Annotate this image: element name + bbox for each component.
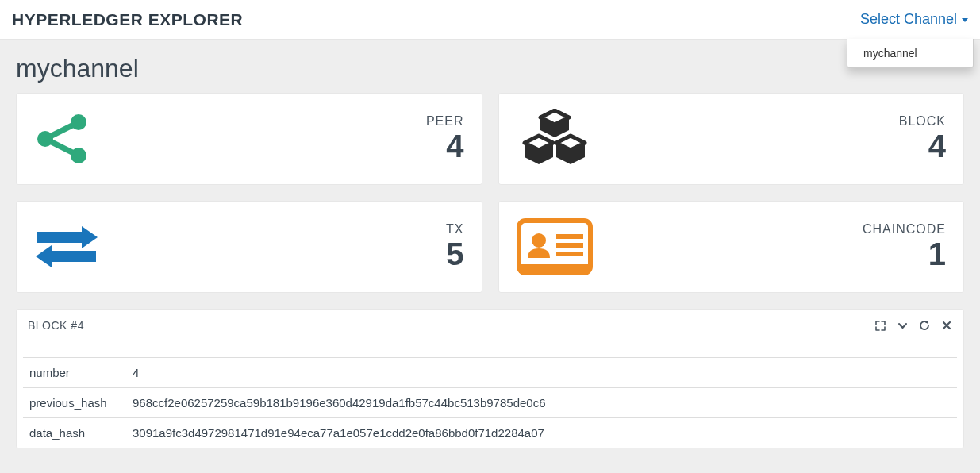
cubes-icon bbox=[517, 109, 593, 169]
panel-title: BLOCK #4 bbox=[28, 319, 84, 332]
svg-line-3 bbox=[45, 122, 79, 139]
select-channel-dropdown[interactable]: Select Channel bbox=[860, 11, 968, 28]
chaincode-value: 1 bbox=[863, 236, 946, 271]
row-key: number bbox=[23, 358, 126, 388]
peer-card[interactable]: PEER 4 bbox=[16, 93, 482, 185]
channel-dropdown-item[interactable]: mychannel bbox=[847, 39, 973, 67]
row-value: 3091a9fc3d4972981471d91e94eca77a1e057e1c… bbox=[126, 418, 957, 448]
table-row: data_hash 3091a9fc3d4972981471d91e94eca7… bbox=[23, 418, 957, 448]
id-card-icon bbox=[517, 218, 593, 275]
share-nodes-icon bbox=[34, 114, 91, 163]
svg-rect-12 bbox=[556, 252, 583, 256]
row-value: 968ccf2e06257259ca59b181b9196e360d42919d… bbox=[126, 388, 957, 418]
expand-icon[interactable] bbox=[874, 320, 886, 331]
svg-line-4 bbox=[45, 139, 79, 156]
block-label: BLOCK bbox=[899, 114, 946, 129]
panel-tools bbox=[874, 320, 952, 331]
chaincode-label: CHAINCODE bbox=[863, 222, 946, 236]
refresh-icon[interactable] bbox=[919, 320, 930, 331]
close-icon[interactable] bbox=[941, 320, 952, 331]
select-channel-label: Select Channel bbox=[860, 11, 957, 28]
tx-label: TX bbox=[446, 222, 463, 236]
block-details-table: number 4 previous_hash 968ccf2e06257259c… bbox=[23, 357, 957, 448]
svg-rect-5 bbox=[37, 232, 83, 243]
block-card[interactable]: BLOCK 4 bbox=[498, 93, 965, 185]
block-detail-panel: BLOCK #4 number 4 previous_hash 968ccf2e… bbox=[16, 309, 964, 448]
tx-value: 5 bbox=[446, 236, 463, 271]
chevron-down-icon[interactable] bbox=[897, 320, 908, 331]
row-value: 4 bbox=[126, 358, 957, 388]
caret-down-icon bbox=[962, 18, 968, 22]
stat-cards: PEER 4 bbox=[0, 93, 980, 293]
svg-point-9 bbox=[532, 233, 546, 248]
app-title: HYPERLEDGER EXPLORER bbox=[12, 10, 243, 29]
table-row: previous_hash 968ccf2e06257259ca59b181b9… bbox=[23, 388, 957, 418]
page-title: mychannel bbox=[0, 40, 980, 93]
svg-rect-11 bbox=[556, 243, 583, 248]
row-key: data_hash bbox=[23, 418, 126, 448]
peer-label: PEER bbox=[426, 114, 464, 129]
svg-rect-10 bbox=[556, 234, 583, 239]
app-header: HYPERLEDGER EXPLORER Select Channel mych… bbox=[0, 0, 980, 40]
tx-card[interactable]: TX 5 bbox=[16, 201, 482, 293]
table-row: number 4 bbox=[23, 358, 957, 388]
block-value: 4 bbox=[899, 129, 946, 163]
svg-rect-8 bbox=[519, 264, 590, 273]
svg-rect-6 bbox=[50, 251, 96, 262]
panel-header: BLOCK #4 bbox=[17, 310, 963, 341]
arrows-exchange-icon bbox=[34, 222, 99, 271]
row-key: previous_hash bbox=[23, 388, 126, 418]
channel-dropdown-menu: mychannel bbox=[847, 39, 974, 68]
chaincode-card[interactable]: CHAINCODE 1 bbox=[498, 201, 965, 293]
peer-value: 4 bbox=[426, 129, 464, 163]
